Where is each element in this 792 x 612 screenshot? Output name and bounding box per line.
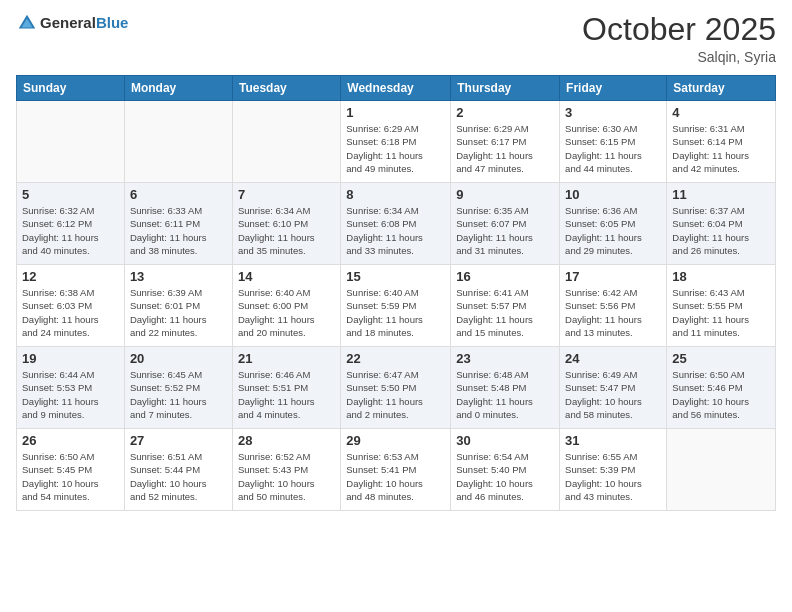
day-info: Sunrise: 6:36 AM Sunset: 6:05 PM Dayligh… xyxy=(565,204,661,257)
day-number: 29 xyxy=(346,433,445,448)
col-wednesday: Wednesday xyxy=(341,76,451,101)
table-row: 7Sunrise: 6:34 AM Sunset: 6:10 PM Daylig… xyxy=(232,183,340,265)
day-info: Sunrise: 6:38 AM Sunset: 6:03 PM Dayligh… xyxy=(22,286,119,339)
table-row: 19Sunrise: 6:44 AM Sunset: 5:53 PM Dayli… xyxy=(17,347,125,429)
calendar-table: Sunday Monday Tuesday Wednesday Thursday… xyxy=(16,75,776,511)
day-number: 9 xyxy=(456,187,554,202)
table-row: 24Sunrise: 6:49 AM Sunset: 5:47 PM Dayli… xyxy=(560,347,667,429)
table-row: 26Sunrise: 6:50 AM Sunset: 5:45 PM Dayli… xyxy=(17,429,125,511)
day-number: 12 xyxy=(22,269,119,284)
table-row: 25Sunrise: 6:50 AM Sunset: 5:46 PM Dayli… xyxy=(667,347,776,429)
table-row: 2Sunrise: 6:29 AM Sunset: 6:17 PM Daylig… xyxy=(451,101,560,183)
day-number: 13 xyxy=(130,269,227,284)
day-number: 18 xyxy=(672,269,770,284)
col-saturday: Saturday xyxy=(667,76,776,101)
table-row: 1Sunrise: 6:29 AM Sunset: 6:18 PM Daylig… xyxy=(341,101,451,183)
table-row xyxy=(232,101,340,183)
day-number: 21 xyxy=(238,351,335,366)
day-info: Sunrise: 6:34 AM Sunset: 6:10 PM Dayligh… xyxy=(238,204,335,257)
table-row xyxy=(17,101,125,183)
day-number: 17 xyxy=(565,269,661,284)
day-info: Sunrise: 6:44 AM Sunset: 5:53 PM Dayligh… xyxy=(22,368,119,421)
day-number: 11 xyxy=(672,187,770,202)
day-info: Sunrise: 6:29 AM Sunset: 6:17 PM Dayligh… xyxy=(456,122,554,175)
table-row: 27Sunrise: 6:51 AM Sunset: 5:44 PM Dayli… xyxy=(124,429,232,511)
day-info: Sunrise: 6:47 AM Sunset: 5:50 PM Dayligh… xyxy=(346,368,445,421)
table-row: 5Sunrise: 6:32 AM Sunset: 6:12 PM Daylig… xyxy=(17,183,125,265)
day-number: 3 xyxy=(565,105,661,120)
day-info: Sunrise: 6:33 AM Sunset: 6:11 PM Dayligh… xyxy=(130,204,227,257)
day-number: 8 xyxy=(346,187,445,202)
calendar-week-row: 26Sunrise: 6:50 AM Sunset: 5:45 PM Dayli… xyxy=(17,429,776,511)
table-row: 20Sunrise: 6:45 AM Sunset: 5:52 PM Dayli… xyxy=(124,347,232,429)
day-number: 6 xyxy=(130,187,227,202)
day-info: Sunrise: 6:29 AM Sunset: 6:18 PM Dayligh… xyxy=(346,122,445,175)
table-row: 21Sunrise: 6:46 AM Sunset: 5:51 PM Dayli… xyxy=(232,347,340,429)
calendar-header-row: Sunday Monday Tuesday Wednesday Thursday… xyxy=(17,76,776,101)
day-info: Sunrise: 6:50 AM Sunset: 5:45 PM Dayligh… xyxy=(22,450,119,503)
day-info: Sunrise: 6:55 AM Sunset: 5:39 PM Dayligh… xyxy=(565,450,661,503)
day-info: Sunrise: 6:48 AM Sunset: 5:48 PM Dayligh… xyxy=(456,368,554,421)
table-row: 16Sunrise: 6:41 AM Sunset: 5:57 PM Dayli… xyxy=(451,265,560,347)
table-row: 18Sunrise: 6:43 AM Sunset: 5:55 PM Dayli… xyxy=(667,265,776,347)
table-row: 22Sunrise: 6:47 AM Sunset: 5:50 PM Dayli… xyxy=(341,347,451,429)
day-number: 26 xyxy=(22,433,119,448)
col-tuesday: Tuesday xyxy=(232,76,340,101)
day-info: Sunrise: 6:52 AM Sunset: 5:43 PM Dayligh… xyxy=(238,450,335,503)
day-number: 31 xyxy=(565,433,661,448)
table-row xyxy=(124,101,232,183)
day-info: Sunrise: 6:43 AM Sunset: 5:55 PM Dayligh… xyxy=(672,286,770,339)
day-number: 23 xyxy=(456,351,554,366)
table-row: 17Sunrise: 6:42 AM Sunset: 5:56 PM Dayli… xyxy=(560,265,667,347)
day-number: 2 xyxy=(456,105,554,120)
day-info: Sunrise: 6:35 AM Sunset: 6:07 PM Dayligh… xyxy=(456,204,554,257)
day-number: 24 xyxy=(565,351,661,366)
day-info: Sunrise: 6:39 AM Sunset: 6:01 PM Dayligh… xyxy=(130,286,227,339)
day-number: 27 xyxy=(130,433,227,448)
logo-blue: Blue xyxy=(96,14,129,31)
calendar-week-row: 19Sunrise: 6:44 AM Sunset: 5:53 PM Dayli… xyxy=(17,347,776,429)
day-number: 16 xyxy=(456,269,554,284)
day-number: 25 xyxy=(672,351,770,366)
table-row xyxy=(667,429,776,511)
day-number: 1 xyxy=(346,105,445,120)
calendar-week-row: 12Sunrise: 6:38 AM Sunset: 6:03 PM Dayli… xyxy=(17,265,776,347)
day-info: Sunrise: 6:30 AM Sunset: 6:15 PM Dayligh… xyxy=(565,122,661,175)
table-row: 29Sunrise: 6:53 AM Sunset: 5:41 PM Dayli… xyxy=(341,429,451,511)
table-row: 23Sunrise: 6:48 AM Sunset: 5:48 PM Dayli… xyxy=(451,347,560,429)
day-info: Sunrise: 6:42 AM Sunset: 5:56 PM Dayligh… xyxy=(565,286,661,339)
logo-icon xyxy=(16,12,38,34)
table-row: 4Sunrise: 6:31 AM Sunset: 6:14 PM Daylig… xyxy=(667,101,776,183)
table-row: 8Sunrise: 6:34 AM Sunset: 6:08 PM Daylig… xyxy=(341,183,451,265)
col-monday: Monday xyxy=(124,76,232,101)
day-info: Sunrise: 6:40 AM Sunset: 5:59 PM Dayligh… xyxy=(346,286,445,339)
day-number: 15 xyxy=(346,269,445,284)
day-number: 22 xyxy=(346,351,445,366)
day-info: Sunrise: 6:49 AM Sunset: 5:47 PM Dayligh… xyxy=(565,368,661,421)
day-info: Sunrise: 6:32 AM Sunset: 6:12 PM Dayligh… xyxy=(22,204,119,257)
logo: GeneralBlue xyxy=(16,12,128,34)
table-row: 13Sunrise: 6:39 AM Sunset: 6:01 PM Dayli… xyxy=(124,265,232,347)
header: GeneralBlue October 2025 Salqin, Syria xyxy=(16,12,776,65)
day-info: Sunrise: 6:34 AM Sunset: 6:08 PM Dayligh… xyxy=(346,204,445,257)
day-info: Sunrise: 6:31 AM Sunset: 6:14 PM Dayligh… xyxy=(672,122,770,175)
day-number: 19 xyxy=(22,351,119,366)
table-row: 28Sunrise: 6:52 AM Sunset: 5:43 PM Dayli… xyxy=(232,429,340,511)
day-info: Sunrise: 6:51 AM Sunset: 5:44 PM Dayligh… xyxy=(130,450,227,503)
table-row: 6Sunrise: 6:33 AM Sunset: 6:11 PM Daylig… xyxy=(124,183,232,265)
day-number: 7 xyxy=(238,187,335,202)
col-thursday: Thursday xyxy=(451,76,560,101)
table-row: 15Sunrise: 6:40 AM Sunset: 5:59 PM Dayli… xyxy=(341,265,451,347)
table-row: 10Sunrise: 6:36 AM Sunset: 6:05 PM Dayli… xyxy=(560,183,667,265)
table-row: 30Sunrise: 6:54 AM Sunset: 5:40 PM Dayli… xyxy=(451,429,560,511)
col-sunday: Sunday xyxy=(17,76,125,101)
calendar-week-row: 5Sunrise: 6:32 AM Sunset: 6:12 PM Daylig… xyxy=(17,183,776,265)
page: GeneralBlue October 2025 Salqin, Syria S… xyxy=(0,0,792,612)
logo-general: General xyxy=(40,14,96,31)
title-area: October 2025 Salqin, Syria xyxy=(582,12,776,65)
day-number: 4 xyxy=(672,105,770,120)
day-number: 20 xyxy=(130,351,227,366)
day-info: Sunrise: 6:41 AM Sunset: 5:57 PM Dayligh… xyxy=(456,286,554,339)
table-row: 31Sunrise: 6:55 AM Sunset: 5:39 PM Dayli… xyxy=(560,429,667,511)
table-row: 3Sunrise: 6:30 AM Sunset: 6:15 PM Daylig… xyxy=(560,101,667,183)
